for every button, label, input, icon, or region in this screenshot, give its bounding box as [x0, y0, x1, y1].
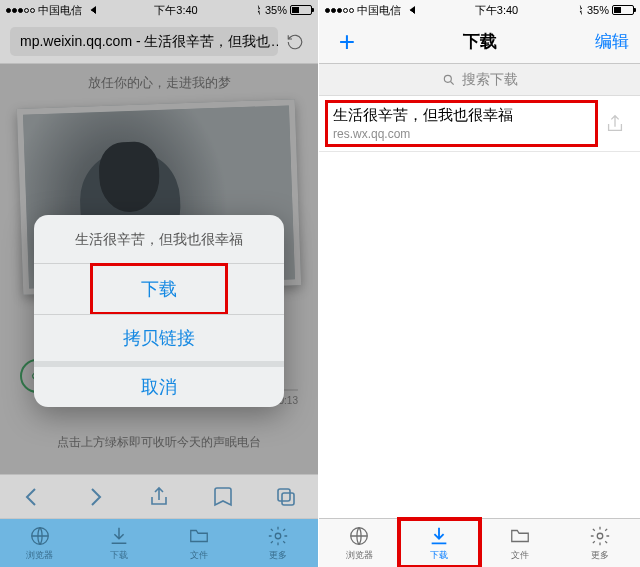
sheet-download-button[interactable]: 下载	[93, 266, 225, 312]
svg-point-3	[276, 533, 282, 539]
share-icon[interactable]	[147, 485, 171, 509]
search-icon	[442, 73, 456, 87]
tab-browser[interactable]: 浏览器	[319, 519, 399, 567]
tab-more[interactable]: 更多	[239, 519, 319, 567]
bluetooth-icon	[256, 5, 262, 16]
battery-icon	[290, 5, 312, 15]
search-field[interactable]: 搜索下载	[319, 64, 640, 96]
svg-point-4	[444, 75, 451, 82]
tab-files[interactable]: 文件	[159, 519, 239, 567]
globe-icon	[347, 524, 371, 548]
download-item[interactable]: 生活很辛苦，但我也很幸福 res.wx.qq.com	[319, 96, 640, 152]
status-bar: 中国电信 下午3:40 35%	[319, 0, 640, 20]
carrier-label: 中国电信	[357, 3, 401, 18]
highlight-download: 下载	[90, 263, 228, 315]
signal-dots	[325, 8, 354, 13]
download-domain: res.wx.qq.com	[333, 127, 604, 141]
status-time: 下午3:40	[475, 3, 518, 18]
browser-toolbar	[0, 474, 318, 518]
tab-files[interactable]: 文件	[480, 519, 560, 567]
bookmarks-icon[interactable]	[211, 485, 235, 509]
phone-left: 中国电信 下午3:40 35% mp.weixin.qq.com - 生活很辛苦…	[0, 0, 319, 567]
globe-icon	[28, 524, 52, 548]
phone-right: 中国电信 下午3:40 35% + 下载 编辑 搜索下载 生活很辛苦，但我也很幸…	[319, 0, 640, 567]
download-title: 生活很辛苦，但我也很幸福	[333, 106, 604, 125]
download-icon	[427, 524, 451, 548]
folder-icon	[187, 524, 211, 548]
tabbar-left: 浏览器 下载 文件 更多	[0, 518, 318, 567]
address-bar: mp.weixin.qq.com - 生活很辛苦，但我也…	[0, 20, 318, 64]
reload-button[interactable]	[282, 27, 308, 57]
battery-pct: 35%	[265, 4, 287, 16]
add-button[interactable]: +	[329, 29, 365, 55]
tab-download[interactable]: 下载	[399, 519, 479, 567]
battery-pct: 35%	[587, 4, 609, 16]
nav-bar: + 下载 编辑	[319, 20, 640, 64]
svg-rect-1	[282, 493, 294, 505]
sheet-copy-button[interactable]: 拷贝链接	[34, 315, 284, 361]
edit-button[interactable]: 编辑	[594, 29, 630, 55]
download-icon	[107, 524, 131, 548]
gear-icon	[266, 524, 290, 548]
status-time: 下午3:40	[154, 3, 197, 18]
folder-icon	[508, 524, 532, 548]
gear-icon	[588, 524, 612, 548]
tab-download[interactable]: 下载	[80, 519, 160, 567]
page-title: 下载	[365, 30, 594, 53]
wifi-icon	[404, 6, 415, 14]
tab-more[interactable]: 更多	[560, 519, 640, 567]
tabs-icon[interactable]	[274, 485, 298, 509]
sheet-title: 生活很辛苦，但我也很幸福	[34, 215, 284, 263]
tab-browser[interactable]: 浏览器	[0, 519, 80, 567]
status-bar: 中国电信 下午3:40 35%	[0, 0, 318, 20]
url-field[interactable]: mp.weixin.qq.com - 生活很辛苦，但我也…	[10, 27, 278, 56]
share-icon[interactable]	[604, 113, 626, 135]
bluetooth-icon	[578, 5, 584, 16]
battery-icon	[612, 5, 634, 15]
signal-dots	[6, 8, 35, 13]
carrier-label: 中国电信	[38, 3, 82, 18]
tabbar-right: 浏览器 下载 文件 更多	[319, 518, 640, 567]
action-sheet: 生活很辛苦，但我也很幸福 下载 拷贝链接 取消	[34, 215, 284, 407]
search-placeholder: 搜索下载	[462, 71, 518, 89]
back-icon[interactable]	[20, 485, 44, 509]
wifi-icon	[85, 6, 96, 14]
sheet-cancel-button[interactable]: 取消	[34, 361, 284, 407]
svg-point-6	[597, 533, 603, 539]
svg-rect-0	[278, 489, 290, 501]
forward-icon[interactable]	[83, 485, 107, 509]
